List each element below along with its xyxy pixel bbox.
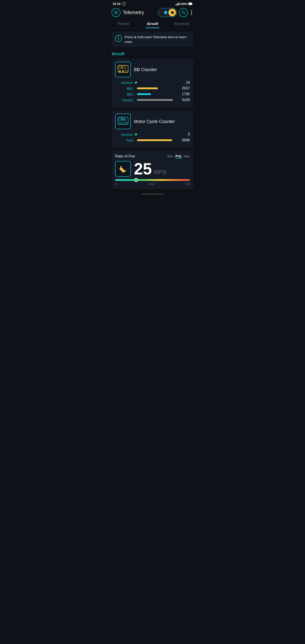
motorcycle-counter-graphic — [117, 116, 129, 128]
mc-total-bar — [137, 139, 172, 141]
bb1-bar — [137, 88, 158, 89]
bb-counter-title: BB Counter — [134, 67, 157, 72]
rof-header: Rate of Fire Min Avg Max — [115, 154, 190, 158]
factory-bar — [137, 99, 173, 101]
bb2-label: BB2 — [115, 92, 133, 96]
svg-rect-15 — [118, 117, 128, 124]
svg-line-7 — [184, 13, 185, 14]
tab-electrical[interactable]: Electrical — [167, 19, 196, 28]
status-right: 100% — [175, 2, 192, 6]
section-header-airsoft: Airsoft — [109, 50, 196, 58]
svg-point-11 — [119, 70, 121, 72]
page-title: Telemetry — [123, 10, 156, 16]
app-icon — [122, 2, 126, 6]
bb-counter-header: BB Counter — [115, 62, 190, 77]
mc-total-bar-container — [137, 139, 177, 141]
battery-level: 100% — [180, 2, 188, 6]
tab-pinned[interactable]: Pinned — [109, 19, 138, 28]
bb-session-label: Session — [115, 81, 133, 84]
rof-slider-track[interactable] — [115, 179, 190, 181]
rof-slider-section: 0 Total 100 — [115, 179, 190, 186]
svg-point-18 — [119, 122, 121, 124]
bottom-bar — [109, 192, 196, 197]
top-bar: Telemetry — [109, 7, 196, 19]
motorcycle-counter-card: Motor Cycle Counter Session 0 Total 5686 — [112, 110, 194, 148]
search-button[interactable] — [179, 8, 188, 17]
search-icon — [181, 10, 186, 15]
bb2-bar — [137, 93, 151, 95]
menu-button[interactable] — [112, 8, 120, 17]
gear-button[interactable] — [168, 9, 176, 16]
status-bar: 10:10 100% — [109, 0, 196, 7]
rof-title: Rate of Fire — [115, 154, 135, 158]
bb-counter-graphic — [117, 64, 129, 76]
more-button[interactable] — [190, 10, 194, 16]
rof-graphic — [117, 163, 129, 175]
svg-point-13 — [125, 70, 127, 72]
bb2-value: 1795 — [179, 92, 190, 96]
factory-value: 5429 — [179, 98, 190, 102]
rof-body: 25 RPS — [115, 161, 190, 177]
bb2-bar-container — [137, 93, 177, 95]
bb2-row: BB2 1795 — [115, 92, 190, 96]
rof-slider-thumb[interactable] — [134, 178, 138, 182]
tab-airsoft[interactable]: Airsoft — [138, 19, 167, 28]
rof-tab-max[interactable]: Max — [184, 154, 190, 158]
svg-point-19 — [122, 122, 124, 124]
rof-slider-labels: 0 Total 100 — [115, 182, 190, 186]
mc-session-label: Session — [115, 132, 133, 136]
mc-session-row: Session 0 — [115, 132, 190, 136]
bb-session-value: 19 — [179, 80, 190, 84]
bb-counter-card: BB Counter Session 19 BB1 2557 BB2 1795 … — [112, 58, 194, 107]
svg-rect-10 — [122, 66, 126, 68]
battery-icon — [188, 2, 192, 5]
factory-row: Factory 5429 — [115, 98, 190, 102]
svg-rect-4 — [189, 3, 192, 5]
svg-rect-5 — [192, 3, 192, 4]
bb1-value: 2557 — [179, 86, 190, 90]
rof-slider-label: Total — [148, 182, 154, 186]
svg-marker-1 — [123, 3, 124, 4]
bb-session-dot — [135, 82, 137, 84]
rof-slider-max: 100 — [185, 182, 190, 186]
bb1-bar-container — [137, 88, 177, 89]
signal-icon — [175, 2, 179, 5]
bb1-row: BB1 2557 — [115, 86, 190, 90]
rof-tab-avg[interactable]: Avg — [175, 154, 181, 158]
mc-total-label: Total — [115, 138, 133, 142]
svg-marker-2 — [123, 4, 124, 5]
status-left: 10:10 — [112, 2, 126, 6]
rof-value-container: 25 RPS — [134, 161, 190, 177]
main-tabs: Pinned Airsoft Electrical — [109, 19, 196, 28]
info-text: Press & hold each Telemetry item to lear… — [124, 35, 190, 44]
bb-session-row: Session 19 — [115, 80, 190, 84]
motorcycle-counter-header: Motor Cycle Counter — [115, 114, 190, 129]
rof-slider-min: 0 — [115, 182, 117, 186]
telemetry-toggle-gear[interactable] — [158, 8, 177, 17]
info-icon: i — [115, 35, 122, 42]
rof-unit: RPS — [154, 169, 166, 176]
svg-point-20 — [125, 122, 127, 124]
bb1-label: BB1 — [115, 86, 133, 90]
mc-session-value: 0 — [179, 132, 190, 136]
mc-session-dot — [135, 133, 137, 136]
rof-number: 25 — [134, 161, 152, 177]
rof-tabs: Min Avg Max — [168, 154, 190, 158]
bottom-home-indicator[interactable] — [141, 194, 164, 194]
svg-point-12 — [122, 70, 124, 72]
rof-tab-min[interactable]: Min — [168, 154, 173, 158]
info-banner: i Press & hold each Telemetry item to le… — [112, 32, 194, 47]
toggle-track[interactable] — [161, 11, 168, 14]
rof-icon — [115, 161, 131, 177]
top-bar-actions — [158, 8, 194, 17]
motorcycle-counter-icon — [115, 114, 131, 129]
motorcycle-counter-title: Motor Cycle Counter — [134, 119, 175, 124]
gear-icon — [170, 10, 174, 15]
svg-point-0 — [122, 2, 126, 6]
factory-bar-container — [137, 99, 177, 101]
status-time: 10:10 — [112, 2, 120, 6]
factory-label: Factory — [115, 98, 133, 102]
mc-total-value: 5686 — [179, 138, 190, 142]
mc-total-row: Total 5686 — [115, 138, 190, 142]
rate-of-fire-card: Rate of Fire Min Avg Max 25 RPS 0 — [112, 151, 194, 189]
